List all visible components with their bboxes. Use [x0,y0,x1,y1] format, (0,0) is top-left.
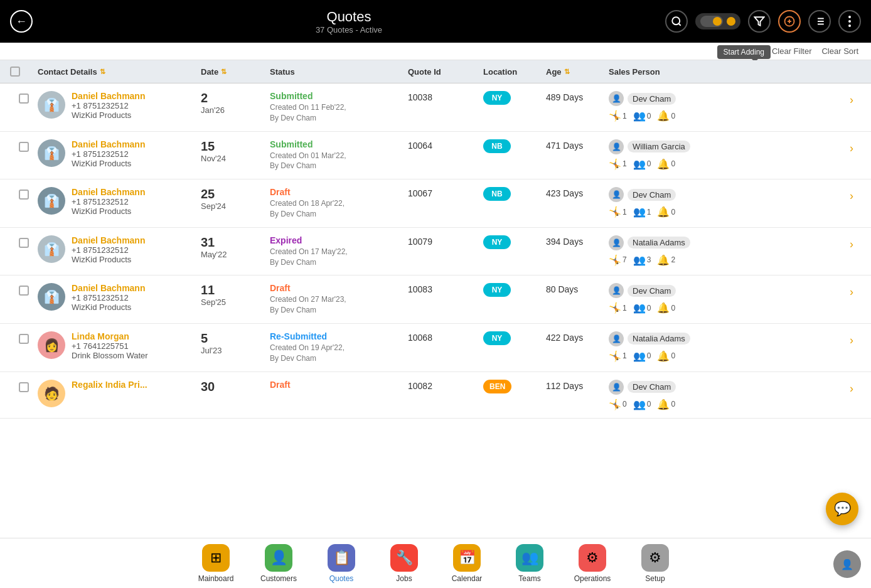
contact-name[interactable]: Regalix India Pri... [72,380,147,390]
sales-cell: 👤 William Garcia 🤸 1 👥 0 🔔 0 [609,139,842,170]
sales-avatar: 👤 [609,283,624,298]
filter-button[interactable] [748,10,771,33]
calendar-icon: 📅 [453,544,481,572]
nav-item-operations[interactable]: ⚙ Operations [561,539,624,588]
sales-cell: 👤 Dev Cham 🤸 1 👥 0 🔔 0 [609,91,842,122]
row-checkbox[interactable] [19,94,29,104]
toggle-container[interactable] [695,13,740,29]
row-chevron[interactable]: › [842,91,861,107]
add-button[interactable] [778,10,801,33]
profile-avatar[interactable]: 👤 [833,550,861,578]
table-row[interactable]: 👔 Daniel Bachmann +1 8751232512 WizKid P… [0,83,871,132]
metric-3: 🔔 0 [657,158,675,170]
status-header: Status [270,67,408,77]
table-row[interactable]: 🧑 Regalix India Pri... 30 Draft 10082 BE… [0,372,871,419]
status-detail: Created On 11 Feb'22,By Dev Cham [270,102,408,124]
age-sort-icon[interactable]: ⇅ [564,68,570,76]
age-cell: 422 Days [546,331,609,343]
status-detail: Created On 17 May'22,By Dev Cham [270,247,408,268]
row-chevron[interactable]: › [842,139,861,155]
contact-details-header: Contact Details ⇅ [38,67,201,77]
clear-filter-link[interactable]: Clear Filter [772,46,812,56]
row-chevron[interactable]: › [842,283,861,299]
date-cell: 5 Jul'23 [201,331,270,355]
contact-name[interactable]: Linda Morgan [72,331,148,341]
checkbox-header[interactable] [10,67,38,77]
contact-name[interactable]: Daniel Bachmann [72,283,145,293]
nav-item-jobs[interactable]: 🔧 Jobs [373,539,436,588]
clear-sort-link[interactable]: Clear Sort [821,46,858,56]
table-row[interactable]: 👔 Daniel Bachmann +1 8751232512 WizKid P… [0,132,871,180]
date-sort-icon[interactable]: ⇅ [221,68,227,76]
status-text: Re-Submitted [270,331,408,341]
mainboard-label: Mainboard [198,574,234,583]
status-detail: Created On 19 Apr'22,By Dev Cham [270,343,408,364]
contact-phone: +1 8751232512 [72,101,145,110]
quote-id-header: Quote Id [408,67,483,77]
table-row[interactable]: 👔 Daniel Bachmann +1 8751232512 WizKid P… [0,275,871,324]
contact-company: Drink Blossom Water [72,351,148,360]
row-chevron[interactable]: › [842,380,861,395]
teams-icon: 👥 [516,544,543,572]
search-button[interactable] [665,10,688,33]
contact-cell: 👔 Daniel Bachmann +1 8751232512 WizKid P… [38,235,201,264]
more-options-button[interactable] [838,10,861,33]
row-checkbox[interactable] [19,286,29,296]
row-checkbox[interactable] [19,238,29,248]
back-button[interactable]: ← [10,10,33,33]
contact-cell: 👔 Daniel Bachmann +1 8751232512 WizKid P… [38,283,201,312]
table-row[interactable]: 👔 Daniel Bachmann +1 8751232512 WizKid P… [0,179,871,228]
nav-item-quotes[interactable]: 📋 Quotes [310,539,373,588]
contact-sort-icon[interactable]: ⇅ [100,68,105,76]
page-title: Quotes [316,9,382,25]
contact-name[interactable]: Daniel Bachmann [72,139,145,149]
svg-point-14 [848,24,851,27]
sales-name: Dev Cham [628,381,676,393]
sales-cell: 👤 Dev Cham 🤸 1 👥 1 🔔 0 [609,187,842,218]
contact-company: WizKid Products [72,159,145,168]
nav-item-mainboard[interactable]: ⊞ Mainboard [184,539,247,588]
quote-id: 10079 [408,235,483,247]
sales-metrics: 🤸 1 👥 1 🔔 0 [609,206,842,218]
select-all-checkbox[interactable] [10,67,20,77]
row-chevron[interactable]: › [842,235,861,251]
contact-name[interactable]: Daniel Bachmann [72,235,145,245]
table-row[interactable]: 👩 Linda Morgan +1 7641225751 Drink Bloss… [0,324,871,372]
status-text: Submitted [270,91,408,101]
table-row[interactable]: 👔 Daniel Bachmann +1 8751232512 WizKid P… [0,228,871,276]
sales-avatar: 👤 [609,235,624,250]
row-checkbox-cell [10,283,38,296]
nav-items: ⊞ Mainboard 👤 Customers 📋 Quotes 🔧 Jobs … [184,539,687,588]
status-text: Draft [270,187,408,197]
metric-3: 🔔 0 [657,302,675,314]
customers-label: Customers [260,574,297,583]
list-view-button[interactable] [808,10,831,33]
contact-company: WizKid Products [72,110,145,120]
contact-cell: 👔 Daniel Bachmann +1 8751232512 WizKid P… [38,139,201,168]
date-day: 30 [201,380,270,394]
sales-metrics: 🤸 1 👥 0 🔔 0 [609,110,842,122]
nav-item-setup[interactable]: ⚙ Setup [624,539,687,588]
svg-point-13 [848,20,851,23]
row-checkbox[interactable] [19,142,29,152]
nav-item-customers[interactable]: 👤 Customers [247,539,310,588]
row-checkbox[interactable] [19,190,29,200]
sales-person: 👤 Natalia Adams [609,235,842,250]
operations-label: Operations [574,574,611,583]
age-cell: 394 Days [546,235,609,247]
row-checkbox[interactable] [19,334,29,344]
row-checkbox[interactable] [19,382,29,392]
sales-metrics: 🤸 1 👥 0 🔔 0 [609,350,842,362]
nav-item-teams[interactable]: 👥 Teams [498,539,561,588]
row-chevron[interactable]: › [842,331,861,347]
contact-name[interactable]: Daniel Bachmann [72,187,145,197]
sales-avatar: 👤 [609,91,624,106]
toggle-switch[interactable] [700,16,723,27]
calendar-label: Calendar [452,574,483,583]
chat-button[interactable]: 💬 [826,493,858,525]
row-chevron[interactable]: › [842,187,861,203]
sales-name: Dev Cham [628,285,676,297]
contact-name[interactable]: Daniel Bachmann [72,91,145,101]
status-text: Draft [270,283,408,293]
nav-item-calendar[interactable]: 📅 Calendar [436,539,498,588]
